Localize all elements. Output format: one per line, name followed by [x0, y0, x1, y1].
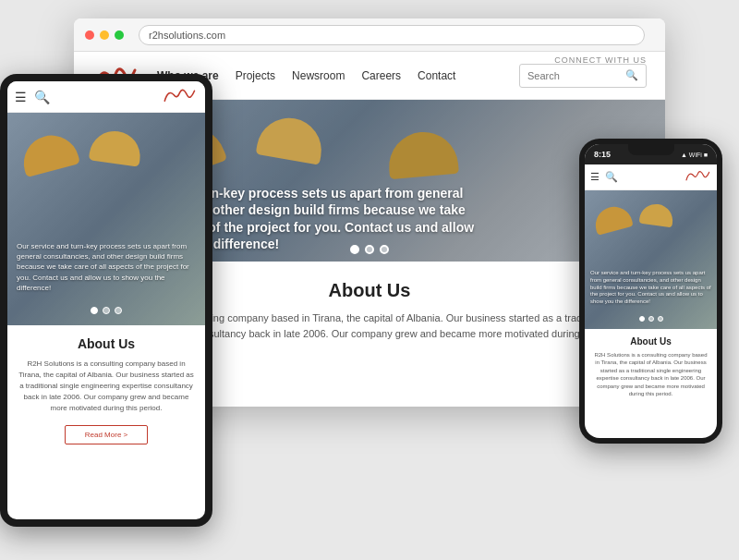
browser-close-dot[interactable] — [85, 30, 94, 40]
hero-dot-1[interactable] — [350, 245, 359, 254]
phone-hero: Our service and turn-key process sets us… — [585, 190, 717, 329]
browser-minimize-dot[interactable] — [100, 30, 109, 40]
phone-screen: 8:15 ▲ WiFi ■ ☰ 🔍 Our service an — [585, 144, 717, 438]
phone-about-heading: About Us — [592, 336, 709, 347]
tablet-logo — [161, 85, 198, 109]
site-nav-links: Who we are Projects Newsroom Careers Con… — [157, 69, 519, 82]
phone-dot-2[interactable] — [648, 316, 654, 322]
tablet-device: ☰ 🔍 Our service and turn-key process set… — [0, 74, 212, 527]
tablet-screen: ☰ 🔍 Our service and turn-key process set… — [7, 81, 205, 519]
tablet-navbar: ☰ 🔍 — [7, 81, 205, 113]
nav-link-newsroom[interactable]: Newsroom — [292, 69, 345, 82]
tablet-hero-dots — [91, 307, 122, 314]
browser-address-bar[interactable]: r2hsolutions.com — [139, 25, 645, 45]
nav-link-careers[interactable]: Careers — [361, 69, 401, 82]
search-input[interactable] — [527, 70, 620, 81]
connect-label: CONNECT WITH US — [554, 55, 647, 65]
site-search[interactable]: 🔍 — [519, 64, 647, 88]
phone-about-section: About Us R2H Solutions is a consulting c… — [585, 329, 717, 405]
phone-hero-paragraph: Our service and turn-key process sets us… — [590, 270, 711, 306]
tablet-hero-text: Our service and turn-key process sets us… — [17, 241, 196, 293]
phone-hamburger-icon[interactable]: ☰ — [590, 171, 600, 183]
search-icon: 🔍 — [625, 69, 638, 81]
tablet-search-icon[interactable]: 🔍 — [34, 90, 50, 104]
tablet-dot-1[interactable] — [91, 307, 98, 314]
tablet-about-section: About Us R2H Solutions is a consulting c… — [7, 325, 205, 456]
phone-logo — [684, 167, 711, 188]
tablet-hero: Our service and turn-key process sets us… — [7, 113, 205, 325]
hamburger-icon[interactable]: ☰ — [15, 90, 27, 104]
phone-hero-text: Our service and turn-key process sets us… — [590, 270, 711, 306]
phone-search-icon[interactable]: 🔍 — [605, 171, 618, 183]
tablet-hero-paragraph: Our service and turn-key process sets us… — [17, 241, 196, 293]
phone-status-icons: ▲ WiFi ■ — [681, 152, 708, 158]
nav-link-contact[interactable]: Contact — [418, 69, 455, 82]
hero-dots — [350, 245, 389, 254]
hero-dot-3[interactable] — [380, 245, 389, 254]
tablet-about-heading: About Us — [18, 336, 194, 351]
phone-dot-1[interactable] — [639, 316, 645, 322]
phone-navbar: ☰ 🔍 — [585, 164, 717, 190]
phone-hero-dots — [639, 316, 663, 322]
tablet-dot-3[interactable] — [115, 307, 122, 314]
phone-device: 8:15 ▲ WiFi ■ ☰ 🔍 Our service an — [579, 139, 722, 444]
phone-time: 8:15 — [594, 150, 611, 159]
phone-dot-3[interactable] — [658, 316, 663, 322]
browser-chrome: r2hsolutions.com — [74, 18, 665, 52]
nav-link-projects[interactable]: Projects — [236, 69, 275, 82]
hero-dot-2[interactable] — [365, 245, 374, 254]
tablet-read-more-button[interactable]: Read More > — [65, 425, 148, 444]
address-text: r2hsolutions.com — [149, 30, 225, 41]
tablet-dot-2[interactable] — [103, 307, 110, 314]
phone-about-text: R2H Solutions is a consulting company ba… — [592, 351, 709, 397]
browser-maximize-dot[interactable] — [115, 30, 124, 40]
tablet-about-text: R2H Solutions is a consulting company ba… — [18, 359, 194, 414]
scene: r2hsolutions.com CONNECT WITH US Who we … — [0, 0, 739, 560]
phone-notch — [628, 144, 674, 155]
